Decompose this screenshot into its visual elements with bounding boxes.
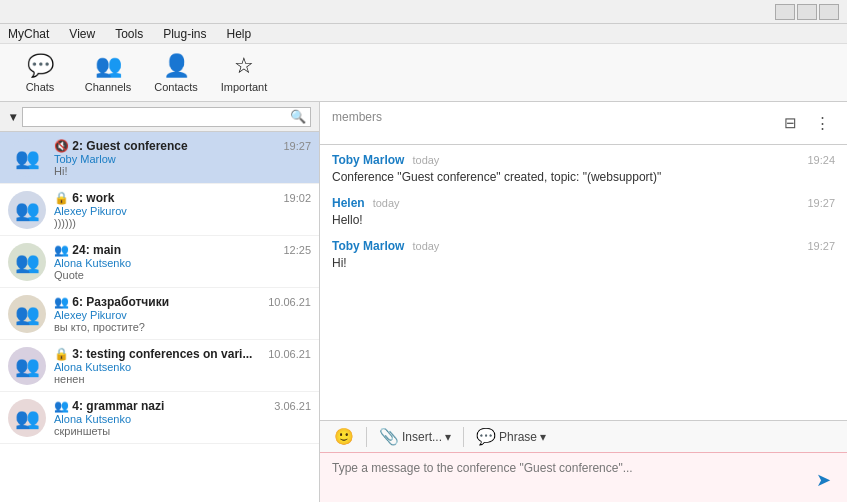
compose-separator [366, 427, 367, 447]
main-area: ▾ 🔍 👥 🔇 2: Guest conference 19:27 Toby M… [0, 102, 847, 502]
message: Helen today 19:27 Hello! [332, 196, 835, 229]
chat-preview: вы кто, простите? [54, 321, 311, 333]
menu-item-tools[interactable]: Tools [111, 27, 147, 41]
toolbar-btn-contacts[interactable]: 👤Contacts [146, 47, 206, 99]
dropdown-arrow-icon: ▾ [10, 110, 16, 124]
avatar: 👥 [8, 191, 46, 229]
compose-btn-emoji[interactable]: 🙂 [328, 425, 360, 448]
chat-preview: Hi! [54, 165, 311, 177]
chat-preview: скриншеты [54, 425, 311, 437]
msg-time: 19:27 [807, 197, 835, 209]
header-actions: ⊟ ⋮ [777, 110, 835, 136]
chat-name: 🔒 6: work [54, 191, 114, 205]
chats-label: Chats [26, 81, 55, 93]
search-input[interactable] [27, 111, 290, 123]
chat-name: 🔇 2: Guest conference [54, 139, 188, 153]
avatar: 👥 [8, 243, 46, 281]
left-panel: ▾ 🔍 👥 🔇 2: Guest conference 19:27 Toby M… [0, 102, 320, 502]
members-label: members [332, 110, 382, 124]
chat-user: Alexey Pikurov [54, 205, 311, 217]
msg-day: today [412, 240, 439, 252]
title-bar [0, 0, 847, 24]
chat-subtitle: members [332, 110, 382, 124]
chat-name: 👥 6: Разработчики [54, 295, 169, 309]
chat-name: 👥 24: main [54, 243, 121, 257]
chat-user: Toby Marlow [54, 153, 311, 165]
minimize-button[interactable] [775, 4, 795, 20]
emoji-icon: 🙂 [334, 427, 354, 446]
channels-icon: 👥 [95, 53, 122, 79]
msg-text: Hi! [332, 255, 835, 272]
msg-time: 19:27 [807, 240, 835, 252]
maximize-button[interactable] [797, 4, 817, 20]
important-icon: ☆ [234, 53, 254, 79]
chat-item[interactable]: 👥 👥 4: grammar nazi 3.06.21 Alona Kutsen… [0, 392, 319, 444]
send-button[interactable]: ➤ [809, 466, 837, 494]
split-view-button[interactable]: ⊟ [777, 110, 803, 136]
insert-label: Insert... [402, 430, 442, 444]
message: Toby Marlow today 19:27 Hi! [332, 239, 835, 272]
msg-text: Hello! [332, 212, 835, 229]
avatar: 👥 [8, 399, 46, 437]
message-input-area: ➤ [320, 452, 847, 502]
chat-name: 🔒 3: testing conferences on vari... [54, 347, 252, 361]
title-bar-controls [775, 4, 839, 20]
message: Toby Marlow today 19:24 Conference "Gues… [332, 153, 835, 186]
chat-item[interactable]: 👥 🔇 2: Guest conference 19:27 Toby Marlo… [0, 132, 319, 184]
menu-bar: MyChatViewToolsPlug-insHelp [0, 24, 847, 44]
menu-item-view[interactable]: View [65, 27, 99, 41]
contacts-icon: 👤 [163, 53, 190, 79]
chat-header: members ⊟ ⋮ [320, 102, 847, 145]
search-box[interactable]: 🔍 [22, 107, 311, 127]
conferences-dropdown[interactable]: ▾ [8, 110, 16, 124]
chat-item[interactable]: 👥 🔒 6: work 19:02 Alexey Pikurov )))))) [0, 184, 319, 236]
insert-dropdown-arrow: ▾ [445, 430, 451, 444]
chat-preview: )))))) [54, 217, 311, 229]
msg-text: Conference "Guest conference" created, t… [332, 169, 835, 186]
chat-time: 10.06.21 [268, 348, 311, 360]
left-header: ▾ 🔍 [0, 102, 319, 132]
toolbar-btn-channels[interactable]: 👥Channels [78, 47, 138, 99]
chat-preview: ненен [54, 373, 311, 385]
avatar: 👥 [8, 139, 46, 177]
toolbar: 💬Chats👥Channels👤Contacts☆Important [0, 44, 847, 102]
messages-area: Toby Marlow today 19:24 Conference "Gues… [320, 145, 847, 420]
message-input[interactable] [332, 461, 835, 489]
close-button[interactable] [819, 4, 839, 20]
contacts-label: Contacts [154, 81, 197, 93]
search-icon: 🔍 [290, 109, 306, 124]
menu-item-plug-ins[interactable]: Plug-ins [159, 27, 210, 41]
avatar: 👥 [8, 347, 46, 385]
chat-item[interactable]: 👥 👥 24: main 12:25 Alona Kutsenko Quote [0, 236, 319, 288]
phrase-dropdown-arrow: ▾ [540, 430, 546, 444]
chat-user: Alona Kutsenko [54, 413, 311, 425]
channels-label: Channels [85, 81, 131, 93]
msg-author: Toby Marlow [332, 153, 404, 167]
chat-list: 👥 🔇 2: Guest conference 19:27 Toby Marlo… [0, 132, 319, 502]
chat-item[interactable]: 👥 🔒 3: testing conferences on vari... 10… [0, 340, 319, 392]
right-panel: members ⊟ ⋮ Toby Marlow today 19:24 Conf… [320, 102, 847, 502]
msg-day: today [412, 154, 439, 166]
toolbar-btn-important[interactable]: ☆Important [214, 47, 274, 99]
msg-time: 19:24 [807, 154, 835, 166]
chat-time: 19:02 [283, 192, 311, 204]
toolbar-btn-chats[interactable]: 💬Chats [10, 47, 70, 99]
msg-author: Helen [332, 196, 365, 210]
compose-btn-phrase[interactable]: 💬Phrase▾ [470, 425, 552, 448]
msg-author: Toby Marlow [332, 239, 404, 253]
avatar: 👥 [8, 295, 46, 333]
chat-time: 3.06.21 [274, 400, 311, 412]
chat-user: Alona Kutsenko [54, 361, 311, 373]
chat-item[interactable]: 👥 👥 6: Разработчики 10.06.21 Alexey Piku… [0, 288, 319, 340]
chats-icon: 💬 [27, 53, 54, 79]
menu-item-mychat[interactable]: MyChat [4, 27, 53, 41]
phrase-icon: 💬 [476, 427, 496, 446]
msg-day: today [373, 197, 400, 209]
chat-time: 12:25 [283, 244, 311, 256]
menu-item-help[interactable]: Help [223, 27, 256, 41]
more-options-button[interactable]: ⋮ [809, 110, 835, 136]
compose-btn-insert[interactable]: 📎Insert...▾ [373, 425, 457, 448]
chat-name: 👥 4: grammar nazi [54, 399, 164, 413]
insert-icon: 📎 [379, 427, 399, 446]
chat-preview: Quote [54, 269, 311, 281]
